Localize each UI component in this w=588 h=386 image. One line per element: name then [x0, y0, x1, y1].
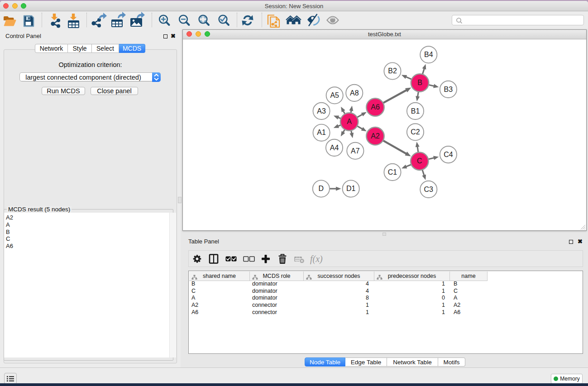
- svg-text:A4: A4: [330, 144, 339, 152]
- svg-text:B3: B3: [444, 86, 453, 93]
- svg-text:A1: A1: [317, 129, 326, 136]
- svg-text:C3: C3: [424, 186, 434, 193]
- svg-text:C: C: [417, 157, 422, 165]
- svg-text:B4: B4: [424, 51, 433, 58]
- svg-text:D1: D1: [346, 185, 356, 192]
- svg-text:D: D: [319, 185, 324, 192]
- svg-text:B1: B1: [411, 107, 420, 115]
- svg-text:A2: A2: [371, 132, 380, 140]
- svg-text:C2: C2: [411, 128, 420, 136]
- svg-text:f(x): f(x): [310, 254, 323, 264]
- svg-text:C4: C4: [444, 151, 453, 158]
- svg-text:A3: A3: [317, 107, 326, 115]
- svg-text:A6: A6: [371, 103, 380, 111]
- svg-text:A8: A8: [350, 89, 359, 97]
- svg-text:A: A: [347, 118, 352, 125]
- svg-text:C1: C1: [388, 168, 397, 176]
- svg-text:B: B: [417, 79, 422, 86]
- svg-text:A5: A5: [330, 91, 339, 99]
- svg-text:A7: A7: [351, 147, 360, 155]
- svg-text:B2: B2: [388, 67, 397, 75]
